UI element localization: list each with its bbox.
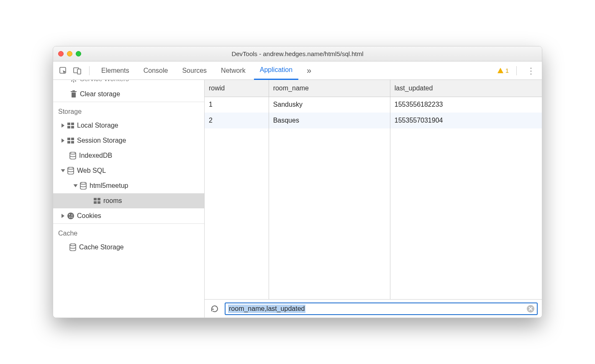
cell: 2: [205, 113, 269, 128]
refresh-icon[interactable]: [209, 303, 221, 315]
separator: [89, 66, 90, 75]
inspect-icon[interactable]: [57, 65, 69, 77]
sidebar-item-service-workers[interactable]: Service Workers: [53, 80, 204, 87]
close-window-button[interactable]: [58, 51, 64, 56]
svg-rect-20: [94, 201, 97, 204]
table-row[interactable]: 1 Sandusky 1553556182233: [205, 97, 542, 113]
svg-rect-6: [72, 90, 75, 91]
trash-icon: [70, 90, 77, 98]
cookie-icon: [67, 212, 74, 220]
grid-icon: [67, 122, 74, 129]
expand-icon: [62, 138, 64, 143]
svg-point-17: [80, 182, 86, 185]
table-panel: rowid room_name last_updated 1 Sandusky …: [205, 80, 542, 318]
section-storage: Storage: [53, 102, 204, 118]
svg-point-25: [69, 217, 71, 218]
tab-application[interactable]: Application: [254, 62, 298, 80]
svg-rect-7: [67, 123, 70, 125]
svg-rect-14: [71, 141, 74, 144]
database-icon: [67, 167, 74, 174]
sidebar-item-cache-storage[interactable]: Cache Storage: [53, 240, 204, 255]
svg-rect-19: [97, 198, 100, 200]
svg-point-3: [72, 80, 75, 80]
grid-fill: [205, 128, 542, 299]
cell: 1553556182233: [390, 97, 542, 113]
clear-input-icon[interactable]: [527, 305, 534, 313]
database-icon: [80, 182, 87, 190]
grid-icon: [67, 137, 74, 144]
sidebar-item-table-rooms[interactable]: rooms: [53, 193, 204, 208]
svg-rect-2: [77, 69, 81, 74]
tab-console[interactable]: Console: [138, 62, 174, 80]
sidebar-item-clear-storage[interactable]: Clear storage: [53, 87, 204, 102]
svg-rect-12: [71, 138, 74, 140]
svg-rect-18: [94, 198, 97, 200]
svg-point-16: [68, 167, 74, 169]
devtools-window: DevTools - andrew.hedges.name/html5/sql.…: [53, 46, 542, 318]
svg-rect-10: [71, 126, 74, 128]
svg-point-26: [72, 217, 73, 218]
tab-sources[interactable]: Sources: [176, 62, 213, 80]
expand-icon: [62, 214, 64, 218]
svg-rect-8: [71, 123, 74, 125]
svg-point-23: [69, 214, 70, 215]
kebab-menu-icon[interactable]: ⋮: [524, 66, 538, 76]
column-header[interactable]: room_name: [269, 80, 390, 97]
cell: 1553557031904: [390, 113, 542, 128]
svg-rect-11: [67, 138, 70, 140]
svg-rect-4: [72, 92, 76, 97]
panel-body: Service Workers Clear storage Storage Lo…: [53, 80, 542, 318]
data-table: rowid room_name last_updated 1 Sandusky …: [205, 80, 542, 128]
minimize-window-button[interactable]: [67, 51, 72, 56]
grid-icon: [93, 197, 101, 205]
sidebar-item-indexeddb[interactable]: IndexedDB: [53, 148, 204, 163]
sidebar-item-web-sql[interactable]: Web SQL: [53, 163, 204, 178]
database-icon: [69, 244, 77, 251]
query-footer: room_name,last_updated: [205, 299, 542, 318]
device-toggle-icon[interactable]: [72, 65, 83, 77]
warning-count: 1: [505, 67, 509, 74]
svg-rect-13: [67, 141, 70, 144]
tab-more[interactable]: »: [301, 62, 317, 80]
column-header[interactable]: rowid: [205, 80, 269, 97]
svg-rect-9: [67, 126, 70, 128]
collapse-icon: [74, 185, 78, 187]
separator: [516, 66, 517, 75]
svg-point-27: [70, 244, 76, 246]
query-text: room_name,last_updated: [228, 305, 305, 313]
traffic-lights: [58, 51, 81, 56]
tab-elements[interactable]: Elements: [95, 62, 135, 80]
svg-rect-21: [97, 201, 100, 204]
section-cache: Cache: [53, 223, 204, 240]
sidebar-item-database[interactable]: html5meetup: [53, 178, 204, 193]
column-header[interactable]: last_updated: [390, 80, 542, 97]
svg-rect-5: [71, 91, 77, 92]
sidebar-item-cookies[interactable]: Cookies: [53, 208, 204, 223]
tab-network[interactable]: Network: [215, 62, 251, 80]
svg-point-15: [70, 152, 76, 154]
cell: 1: [205, 97, 269, 113]
window-title: DevTools - andrew.hedges.name/html5/sql.…: [53, 50, 542, 57]
svg-point-24: [72, 215, 73, 216]
collapse-icon: [61, 169, 65, 172]
cell: Basques: [269, 113, 390, 128]
query-input[interactable]: room_name,last_updated: [225, 302, 538, 315]
database-icon: [69, 152, 77, 159]
svg-point-22: [67, 213, 74, 219]
table-row[interactable]: 2 Basques 1553557031904: [205, 113, 542, 128]
sidebar-item-session-storage[interactable]: Session Storage: [53, 133, 204, 148]
cell: Sandusky: [269, 97, 390, 113]
expand-icon: [62, 123, 64, 128]
data-grid: rowid room_name last_updated 1 Sandusky …: [205, 80, 542, 299]
titlebar: DevTools - andrew.hedges.name/html5/sql.…: [53, 46, 542, 62]
gear-icon: [70, 80, 77, 83]
zoom-window-button[interactable]: [76, 51, 81, 56]
devtools-tabbar: Elements Console Sources Network Applica…: [53, 62, 542, 80]
application-sidebar: Service Workers Clear storage Storage Lo…: [53, 80, 205, 318]
warning-badge[interactable]: 1: [497, 67, 509, 74]
sidebar-item-local-storage[interactable]: Local Storage: [53, 118, 204, 133]
